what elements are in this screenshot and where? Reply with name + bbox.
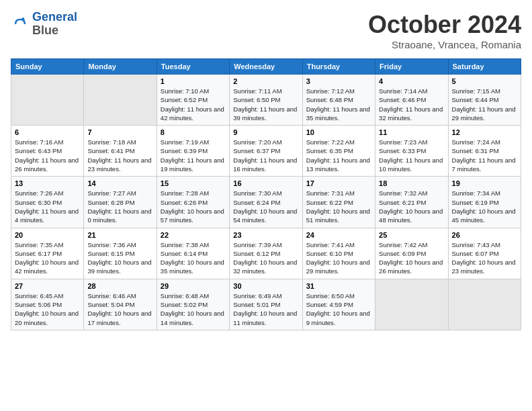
day-number: 22 xyxy=(161,231,226,239)
day-info: Sunrise: 7:15 AM Sunset: 6:44 PM Dayligh… xyxy=(452,87,517,122)
calendar-cell: 20Sunrise: 7:35 AM Sunset: 6:17 PM Dayli… xyxy=(11,228,84,279)
calendar-cell: 12Sunrise: 7:24 AM Sunset: 6:31 PM Dayli… xyxy=(448,126,521,177)
calendar-cell: 4Sunrise: 7:14 AM Sunset: 6:46 PM Daylig… xyxy=(375,75,448,126)
day-number: 26 xyxy=(452,231,517,239)
calendar-cell: 31Sunrise: 6:50 AM Sunset: 4:59 PM Dayli… xyxy=(302,279,375,330)
day-info: Sunrise: 7:31 AM Sunset: 6:22 PM Dayligh… xyxy=(306,189,371,224)
day-info: Sunrise: 6:48 AM Sunset: 5:02 PM Dayligh… xyxy=(161,291,226,327)
calendar-cell: 25Sunrise: 7:42 AM Sunset: 6:09 PM Dayli… xyxy=(375,228,448,279)
calendar-cell: 26Sunrise: 7:43 AM Sunset: 6:07 PM Dayli… xyxy=(448,228,521,279)
calendar-week-4: 20Sunrise: 7:35 AM Sunset: 6:17 PM Dayli… xyxy=(11,228,521,279)
calendar-cell: 29Sunrise: 6:48 AM Sunset: 5:02 PM Dayli… xyxy=(157,279,229,330)
day-number: 20 xyxy=(15,231,80,239)
day-number: 15 xyxy=(161,179,226,187)
day-number: 3 xyxy=(306,77,371,85)
day-number: 31 xyxy=(306,282,371,290)
day-number: 2 xyxy=(233,77,298,85)
day-number: 16 xyxy=(233,179,298,187)
day-number: 10 xyxy=(306,128,371,136)
day-info: Sunrise: 6:45 AM Sunset: 5:06 PM Dayligh… xyxy=(15,291,80,327)
day-number: 21 xyxy=(87,231,152,239)
calendar-cell: 22Sunrise: 7:38 AM Sunset: 6:14 PM Dayli… xyxy=(157,228,229,279)
calendar-cell: 1Sunrise: 7:10 AM Sunset: 6:52 PM Daylig… xyxy=(157,75,229,126)
day-number: 11 xyxy=(379,128,444,136)
day-info: Sunrise: 7:27 AM Sunset: 6:28 PM Dayligh… xyxy=(87,189,152,224)
day-number: 29 xyxy=(161,282,226,290)
dow-header-sunday: Sunday xyxy=(11,59,84,75)
calendar-body: 1Sunrise: 7:10 AM Sunset: 6:52 PM Daylig… xyxy=(11,75,521,330)
day-info: Sunrise: 7:36 AM Sunset: 6:15 PM Dayligh… xyxy=(87,240,152,276)
dow-header-saturday: Saturday xyxy=(448,59,521,75)
day-number: 27 xyxy=(15,282,80,290)
calendar-cell: 2Sunrise: 7:11 AM Sunset: 6:50 PM Daylig… xyxy=(230,75,302,126)
day-info: Sunrise: 6:49 AM Sunset: 5:01 PM Dayligh… xyxy=(233,291,298,327)
day-info: Sunrise: 7:30 AM Sunset: 6:24 PM Dayligh… xyxy=(233,189,298,224)
calendar-cell: 19Sunrise: 7:34 AM Sunset: 6:19 PM Dayli… xyxy=(448,177,521,228)
day-number: 9 xyxy=(233,128,298,136)
day-number: 24 xyxy=(306,231,371,239)
calendar-cell: 11Sunrise: 7:23 AM Sunset: 6:33 PM Dayli… xyxy=(375,126,448,177)
day-number: 14 xyxy=(87,179,152,187)
day-info: Sunrise: 7:28 AM Sunset: 6:26 PM Dayligh… xyxy=(161,189,226,224)
day-info: Sunrise: 7:41 AM Sunset: 6:10 PM Dayligh… xyxy=(306,240,371,276)
calendar-cell: 15Sunrise: 7:28 AM Sunset: 6:26 PM Dayli… xyxy=(157,177,229,228)
calendar-cell xyxy=(375,279,448,330)
day-info: Sunrise: 7:14 AM Sunset: 6:46 PM Dayligh… xyxy=(379,87,444,122)
calendar-cell xyxy=(11,75,84,126)
calendar-cell: 27Sunrise: 6:45 AM Sunset: 5:06 PM Dayli… xyxy=(11,279,84,330)
day-info: Sunrise: 7:26 AM Sunset: 6:30 PM Dayligh… xyxy=(15,189,80,224)
day-number: 18 xyxy=(379,179,444,187)
calendar-cell: 10Sunrise: 7:22 AM Sunset: 6:35 PM Dayli… xyxy=(302,126,375,177)
day-number: 13 xyxy=(15,179,80,187)
day-number: 28 xyxy=(87,282,152,290)
day-number: 6 xyxy=(15,128,80,136)
day-info: Sunrise: 7:24 AM Sunset: 6:31 PM Dayligh… xyxy=(452,138,517,173)
day-number: 8 xyxy=(161,128,226,136)
day-number: 1 xyxy=(161,77,226,85)
calendar-table: SundayMondayTuesdayWednesdayThursdayFrid… xyxy=(11,58,521,330)
day-number: 30 xyxy=(233,282,298,290)
calendar-cell: 30Sunrise: 6:49 AM Sunset: 5:01 PM Dayli… xyxy=(230,279,302,330)
day-info: Sunrise: 7:20 AM Sunset: 6:37 PM Dayligh… xyxy=(233,138,298,173)
calendar-cell: 14Sunrise: 7:27 AM Sunset: 6:28 PM Dayli… xyxy=(84,177,157,228)
day-info: Sunrise: 6:46 AM Sunset: 5:04 PM Dayligh… xyxy=(87,291,152,327)
day-info: Sunrise: 7:23 AM Sunset: 6:33 PM Dayligh… xyxy=(379,138,444,173)
day-info: Sunrise: 7:38 AM Sunset: 6:14 PM Dayligh… xyxy=(161,240,226,276)
calendar-week-3: 13Sunrise: 7:26 AM Sunset: 6:30 PM Dayli… xyxy=(11,177,521,228)
day-info: Sunrise: 7:19 AM Sunset: 6:39 PM Dayligh… xyxy=(161,138,226,173)
day-info: Sunrise: 7:42 AM Sunset: 6:09 PM Dayligh… xyxy=(379,240,444,276)
day-number: 23 xyxy=(233,231,298,239)
day-info: Sunrise: 7:35 AM Sunset: 6:17 PM Dayligh… xyxy=(15,240,80,276)
calendar-cell: 16Sunrise: 7:30 AM Sunset: 6:24 PM Dayli… xyxy=(230,177,302,228)
day-info: Sunrise: 7:43 AM Sunset: 6:07 PM Dayligh… xyxy=(452,240,517,276)
day-info: Sunrise: 7:22 AM Sunset: 6:35 PM Dayligh… xyxy=(306,138,371,173)
day-info: Sunrise: 7:18 AM Sunset: 6:41 PM Dayligh… xyxy=(87,138,152,173)
location-subtitle: Straoane, Vrancea, Romania xyxy=(368,39,521,50)
calendar-cell: 9Sunrise: 7:20 AM Sunset: 6:37 PM Daylig… xyxy=(230,126,302,177)
calendar-cell: 3Sunrise: 7:12 AM Sunset: 6:48 PM Daylig… xyxy=(302,75,375,126)
day-number: 17 xyxy=(306,179,371,187)
calendar-cell: 28Sunrise: 6:46 AM Sunset: 5:04 PM Dayli… xyxy=(84,279,157,330)
day-info: Sunrise: 7:32 AM Sunset: 6:21 PM Dayligh… xyxy=(379,189,444,224)
dow-header-wednesday: Wednesday xyxy=(230,59,302,75)
day-number: 7 xyxy=(87,128,152,136)
dow-header-tuesday: Tuesday xyxy=(157,59,229,75)
calendar-cell xyxy=(84,75,157,126)
dow-header-thursday: Thursday xyxy=(302,59,375,75)
day-of-week-header: SundayMondayTuesdayWednesdayThursdayFrid… xyxy=(11,59,521,75)
day-number: 19 xyxy=(452,179,517,187)
day-info: Sunrise: 7:11 AM Sunset: 6:50 PM Dayligh… xyxy=(233,87,298,122)
calendar-cell: 24Sunrise: 7:41 AM Sunset: 6:10 PM Dayli… xyxy=(302,228,375,279)
calendar-cell: 6Sunrise: 7:16 AM Sunset: 6:43 PM Daylig… xyxy=(11,126,84,177)
day-number: 25 xyxy=(379,231,444,239)
calendar-week-2: 6Sunrise: 7:16 AM Sunset: 6:43 PM Daylig… xyxy=(11,126,521,177)
calendar-cell xyxy=(448,279,521,330)
logo-icon xyxy=(11,15,30,34)
calendar-cell: 21Sunrise: 7:36 AM Sunset: 6:15 PM Dayli… xyxy=(84,228,157,279)
calendar-cell: 13Sunrise: 7:26 AM Sunset: 6:30 PM Dayli… xyxy=(11,177,84,228)
calendar-cell: 23Sunrise: 7:39 AM Sunset: 6:12 PM Dayli… xyxy=(230,228,302,279)
calendar-week-1: 1Sunrise: 7:10 AM Sunset: 6:52 PM Daylig… xyxy=(11,75,521,126)
day-number: 4 xyxy=(379,77,444,85)
day-info: Sunrise: 7:16 AM Sunset: 6:43 PM Dayligh… xyxy=(15,138,80,173)
day-info: Sunrise: 7:12 AM Sunset: 6:48 PM Dayligh… xyxy=(306,87,371,122)
